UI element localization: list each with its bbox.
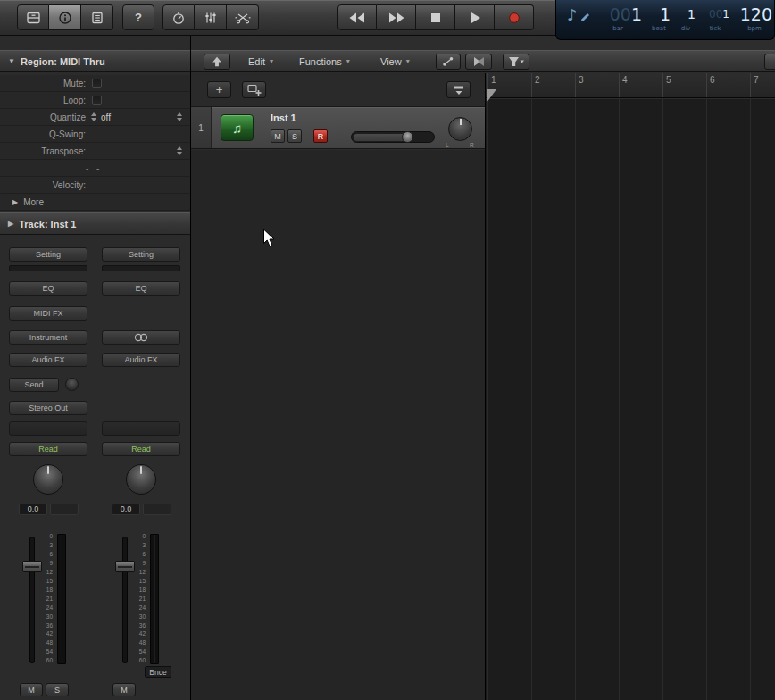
record-button[interactable] (495, 4, 534, 30)
catch-playhead-button[interactable] (204, 54, 230, 70)
plus-icon: + (216, 83, 223, 96)
edit-menu-label: Edit (248, 56, 265, 67)
strip-right-mute-button[interactable]: M (112, 683, 136, 696)
rewind-button[interactable] (338, 4, 377, 30)
help-button[interactable]: ? (122, 4, 154, 30)
inspector-button[interactable] (49, 4, 81, 30)
strip-right-setting-button[interactable]: Setting (102, 247, 180, 262)
strip-left-automation-button[interactable]: Read (9, 442, 88, 456)
stereo-circles-icon (133, 333, 149, 342)
track-name[interactable]: Inst 1 (271, 112, 296, 123)
forward-button[interactable] (377, 4, 416, 30)
lcd-tick-value: 1 (722, 8, 729, 21)
arrange-grid[interactable] (486, 99, 775, 700)
library-button[interactable] (17, 4, 49, 30)
strip-left-solo-button[interactable]: S (46, 683, 69, 696)
pan-left-label: L (446, 142, 449, 148)
track-header-options-button[interactable] (446, 81, 471, 98)
loop-checkbox[interactable] (92, 96, 102, 105)
strip-left-setting-button[interactable]: Setting (9, 247, 88, 262)
track-number[interactable]: 1 (191, 107, 212, 148)
strip-right-automation-button[interactable]: Read (102, 442, 180, 456)
metronome-button[interactable] (162, 4, 195, 30)
tools-button[interactable] (227, 4, 259, 30)
track-volume-slider[interactable] (351, 131, 435, 143)
quantize-stepper-icon[interactable] (91, 112, 96, 121)
lists-button[interactable] (81, 4, 113, 30)
strip-left-gain-value[interactable]: 0.0 (19, 504, 47, 515)
strip-left-audio-fx-button[interactable]: Audio FX (9, 353, 88, 367)
strip-right-fader-scale: 03691215182124303642485460 (134, 534, 146, 664)
strip-left-fader[interactable] (22, 561, 42, 572)
strip-right-bounce-button[interactable]: Bnce (145, 666, 171, 678)
timeline-ruler[interactable]: 1234567 (486, 73, 775, 98)
strip-left-mute-button[interactable]: M (20, 683, 43, 696)
strip-left-send-button[interactable]: Send (9, 378, 59, 392)
region-row-more[interactable]: ▶ More (0, 194, 190, 211)
mixer-icon (204, 11, 218, 25)
lcd-display[interactable]: ♪ 001 bar 1 beat 1 div 001 tick 120 (555, 0, 775, 40)
strip-right-eq-button[interactable]: EQ (102, 281, 180, 296)
transpose-stepper-icon[interactable] (177, 146, 182, 155)
mute-checkbox[interactable] (92, 79, 102, 88)
strip-right-format-button[interactable] (102, 330, 180, 345)
strip-right-fader[interactable] (115, 561, 135, 572)
volume-slider-thumb[interactable] (402, 131, 413, 143)
disclosure-down-icon: ▼ (8, 57, 15, 65)
track-record-enable-button[interactable]: R (313, 129, 328, 143)
track-1-header[interactable]: 1 ♫ Inst 1 M S R L R (191, 107, 485, 149)
track-solo-button[interactable]: S (288, 129, 302, 143)
region-inspector-header[interactable]: ▼ Region: MIDI Thru (0, 50, 190, 72)
track-inspector-header[interactable]: ▶ Track: Inst 1 (0, 212, 190, 235)
strip-left-group-button[interactable] (9, 421, 88, 436)
mixer-button[interactable] (195, 4, 227, 30)
automation-button[interactable] (436, 54, 461, 70)
midi-instrument-icon: ♫ (221, 114, 254, 141)
stop-button[interactable] (416, 4, 455, 30)
strip-right-group-button[interactable] (102, 421, 180, 436)
info-icon (58, 11, 72, 25)
quantize-value[interactable]: off (101, 112, 111, 122)
snap-button[interactable] (764, 54, 775, 70)
play-button[interactable] (455, 4, 495, 30)
lcd-bar-field[interactable]: 001 bar (592, 4, 644, 36)
view-menu-label: View (380, 56, 402, 67)
strip-left-gain-meter (9, 265, 88, 271)
track-mute-button[interactable]: M (271, 129, 285, 143)
lcd-tempo-field[interactable]: 120 bpm (735, 4, 774, 36)
music-notes-icon: ♫ (232, 121, 242, 136)
note-icon: ♪ (567, 5, 578, 24)
strip-left-output-button[interactable]: Stereo Out (9, 401, 88, 415)
strip-left-midi-fx-button[interactable]: MIDI FX (9, 306, 88, 321)
strip-left-instrument-button[interactable]: Instrument (9, 330, 88, 345)
flex-button[interactable] (465, 54, 492, 70)
playhead-marker[interactable] (487, 89, 496, 103)
duplicate-track-button[interactable] (242, 81, 266, 98)
logic-pro-window: ? (0, 0, 775, 700)
lcd-beat-field[interactable]: 1 beat (646, 4, 672, 36)
scissors-icon (235, 11, 251, 25)
strip-left-pan-knob[interactable] (33, 464, 63, 495)
lcd-bar-label: bar (592, 25, 644, 33)
library-icon (26, 11, 41, 25)
quantize-right-stepper-icon[interactable] (177, 112, 182, 121)
quantize-label: Quantize (0, 112, 86, 122)
functions-menu[interactable]: Functions ▾ (299, 51, 350, 71)
main-toolbar: ? (0, 0, 775, 36)
region-row-quantize: Quantize off (0, 109, 190, 126)
add-track-button[interactable]: + (207, 81, 231, 98)
filter-funnel-icon (507, 54, 525, 69)
stop-icon (429, 12, 442, 24)
strip-right-gain-value[interactable]: 0.0 (112, 504, 140, 515)
filter-button[interactable] (503, 54, 529, 70)
strip-right-audio-fx-button[interactable]: Audio FX (102, 353, 180, 367)
view-menu[interactable]: View ▾ (380, 51, 410, 71)
lcd-div-field[interactable]: 1 div (674, 4, 697, 36)
edit-menu[interactable]: Edit ▾ (248, 51, 273, 71)
strip-left-send-knob[interactable] (65, 378, 79, 391)
lcd-tempo-label: bpm (735, 25, 774, 33)
strip-left-eq-button[interactable]: EQ (9, 281, 88, 296)
track-pan-knob[interactable] (448, 117, 472, 141)
lcd-tick-field[interactable]: 001 tick (699, 4, 731, 36)
strip-right-pan-knob[interactable] (126, 464, 156, 495)
